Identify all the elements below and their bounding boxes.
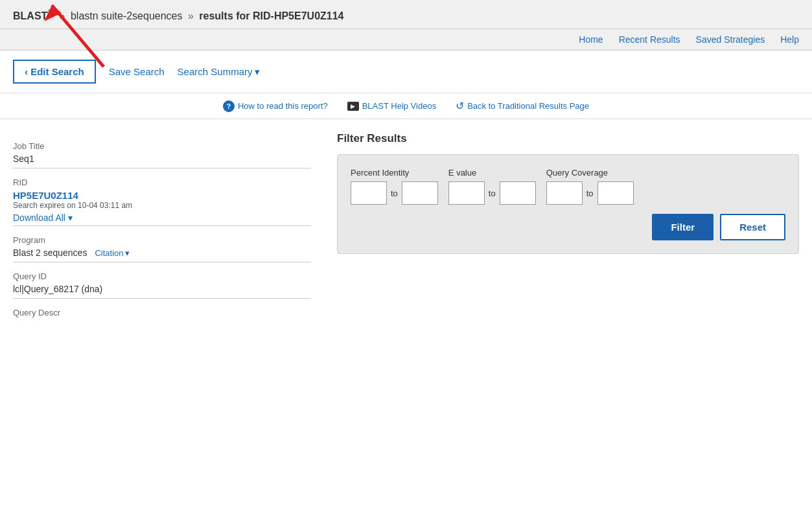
rid-label: RID	[13, 178, 311, 187]
program-label: Program	[13, 235, 311, 245]
evalue-to-label: to	[489, 189, 496, 198]
recent-results-link[interactable]: Recent Results	[619, 34, 680, 45]
query-coverage-inputs: to	[546, 181, 634, 205]
percent-identity-to-label: to	[391, 189, 398, 198]
blast-help-videos-link[interactable]: ▶ BLAST Help Videos	[347, 101, 436, 111]
help-bar: ? How to read this report? ▶ BLAST Help …	[0, 93, 812, 119]
program-value: Blast 2 sequences	[13, 248, 87, 258]
evalue-label: E value	[448, 168, 536, 178]
how-to-read-label: How to read this report?	[238, 101, 328, 111]
question-icon: ?	[223, 100, 235, 112]
query-coverage-to-label: to	[586, 189, 594, 198]
job-title-label: Job Title	[13, 141, 311, 151]
search-summary-label: Search Summary	[178, 66, 253, 77]
search-summary-button[interactable]: Search Summary ▾	[178, 66, 261, 78]
edit-search-button[interactable]: ‹ Edit Search	[13, 60, 96, 84]
how-to-read-link[interactable]: ? How to read this report?	[223, 100, 328, 112]
job-title-value: Seq1	[13, 154, 311, 168]
chevron-down-icon: ▾	[255, 66, 260, 78]
filter-title: Filter Results	[337, 132, 799, 145]
header-bar: BLAST® » blastn suite-2sequences » resul…	[0, 0, 812, 29]
query-coverage-label: Query Coverage	[546, 168, 634, 178]
citation-chevron-icon: ▾	[125, 248, 130, 258]
left-panel: Job Title Seq1 RID HP5E7U0Z114 Search ex…	[13, 132, 311, 320]
query-coverage-to-input[interactable]	[597, 181, 634, 205]
right-panel: Filter Results Percent Identity to E val…	[337, 132, 799, 320]
query-coverage-group: Query Coverage to	[546, 168, 634, 205]
blast-label: BLAST	[13, 10, 47, 21]
reset-button[interactable]: Reset	[720, 214, 785, 240]
back-to-traditional-link[interactable]: ↺ Back to Traditional Results Page	[456, 100, 589, 112]
video-icon: ▶	[347, 102, 359, 111]
percent-identity-to-input[interactable]	[402, 181, 438, 205]
saved-strategies-link[interactable]: Saved Strategies	[696, 34, 765, 45]
percent-identity-group: Percent Identity to	[351, 168, 438, 205]
citation-link[interactable]: Citation ▾	[95, 248, 130, 258]
registered-mark: ®	[47, 8, 54, 17]
program-section: Blast 2 sequences Citation ▾	[13, 248, 311, 262]
nav-bar: Home Recent Results Saved Strategies Hel…	[0, 29, 812, 51]
query-coverage-from-input[interactable]	[546, 181, 583, 205]
filter-buttons: Filter Reset	[351, 214, 785, 240]
action-bar: ‹ Edit Search Save Search Search Summary…	[0, 51, 812, 93]
filter-box: Percent Identity to E value to	[337, 154, 799, 254]
rid-section: HP5E7U0Z114 Search expires on 10-04 03:1…	[13, 190, 311, 223]
filter-button[interactable]: Filter	[652, 214, 713, 240]
arrow1: »	[60, 10, 68, 21]
query-descr-label: Query Descr	[13, 308, 311, 318]
filter-inputs-row: Percent Identity to E value to	[351, 168, 785, 205]
evalue-group: E value to	[448, 168, 536, 205]
blast-help-videos-label: BLAST Help Videos	[362, 101, 436, 111]
nav1-label: blastn suite-2sequences	[71, 10, 183, 21]
page-title: BLAST® » blastn suite-2sequences » resul…	[13, 10, 344, 21]
query-id-value: lcl|Query_68217 (dna)	[13, 284, 311, 299]
home-link[interactable]: Home	[579, 34, 603, 45]
evalue-inputs: to	[448, 181, 536, 205]
expiry-text: Search expires on 10-04 03:11 am	[13, 201, 311, 210]
download-all-link[interactable]: Download All ▾	[13, 213, 73, 223]
back-icon: ↺	[456, 100, 464, 112]
percent-identity-from-input[interactable]	[351, 181, 387, 205]
back-to-traditional-label: Back to Traditional Results Page	[467, 101, 589, 111]
percent-identity-inputs: to	[351, 181, 438, 205]
citation-label: Citation	[95, 248, 123, 258]
main-content: Job Title Seq1 RID HP5E7U0Z114 Search ex…	[0, 119, 812, 333]
download-all-label: Download All	[13, 213, 65, 223]
results-label: results for RID-HP5E7U0Z114	[199, 10, 343, 21]
arrow2: »	[188, 10, 196, 21]
chevron-down-icon: ▾	[68, 213, 73, 223]
percent-identity-label: Percent Identity	[351, 168, 438, 178]
rid-link[interactable]: HP5E7U0Z114	[13, 190, 78, 201]
query-id-label: Query ID	[13, 271, 311, 281]
evalue-from-input[interactable]	[448, 181, 485, 205]
help-link[interactable]: Help	[780, 34, 799, 45]
evalue-to-input[interactable]	[500, 181, 536, 205]
divider1	[13, 225, 311, 226]
save-search-link[interactable]: Save Search	[109, 66, 165, 77]
